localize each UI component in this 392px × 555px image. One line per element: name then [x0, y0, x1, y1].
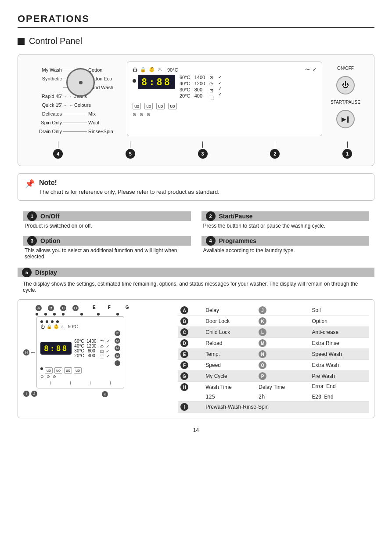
arrow-right: → — [63, 94, 67, 99]
legend-circle-I: I — [180, 403, 188, 411]
feature-2-header: 2 Start/Pause — [201, 211, 370, 221]
legend-H-val1: 125 — [203, 392, 256, 402]
programme-dial[interactable] — [66, 68, 95, 97]
temp-20: 20°C 400 — [180, 93, 205, 98]
sub-opt-2: ⊙ — [140, 112, 143, 117]
page-title: OPERATIONS — [18, 13, 374, 28]
inner-temp-col: 60°C 1400 40°C 1200 30°C 800 20°C 400 — [74, 339, 96, 358]
prog-sep3: | — [90, 381, 91, 385]
icon-door: 🔒 — [140, 67, 146, 73]
inner-opt3: uo — [64, 367, 72, 374]
options-row: uo uo uo uo — [133, 103, 316, 109]
legend-H-val2: 2h — [256, 392, 309, 402]
feature-3-title: Option — [40, 237, 60, 244]
feature-3-header: 3 Option — [23, 236, 191, 246]
prog-quick15: Quick 15' — [27, 102, 62, 108]
section-label: Control Panel — [29, 36, 82, 46]
programme-list: My Wash Cotton Synthetic Cotton Eco Hand… — [27, 62, 123, 136]
inner-icons-col: 〜 ✓ ⊙ ✓ ⊡ ✓ ⬚ ✓ — [100, 338, 111, 359]
legend-circle-L: L — [259, 328, 266, 336]
diag2-top-labels: A B C D E F G — [23, 305, 173, 311]
lbl-IJ-container: I J — [23, 391, 37, 397]
lbl-I: I — [23, 391, 29, 397]
icon-spin-1: ⊙ — [209, 75, 214, 80]
prog-rapid45: Rapid 45' — [27, 94, 62, 99]
inner-dot2 — [46, 320, 48, 323]
lbl-G: G — [126, 305, 129, 311]
check-col: ✓ ✓ ✓ ✓ — [218, 75, 222, 100]
start-pause-button[interactable]: ▶‖ — [336, 110, 355, 128]
icon-spin-2: ⟳ — [209, 81, 214, 87]
dot-A — [36, 313, 38, 316]
legend-J-name: Soil — [309, 305, 369, 316]
prog-synthetic: Synthetic — [27, 76, 62, 81]
inner-options-row: uo uo uo uo — [40, 367, 120, 374]
lbl-N: N — [115, 345, 120, 351]
display-diagram: A B C D E F G H — [23, 305, 173, 413]
feature-1: 1 On/Off Product is switched on or off. — [18, 208, 196, 232]
callout-3: 3 — [198, 149, 208, 159]
legend-row-DM: D Reload M Extra Rinse — [178, 338, 369, 349]
prog-sep4: | — [110, 381, 111, 385]
legend-circle-K: K — [259, 317, 266, 325]
feature-4-header: 4 Programmes — [201, 236, 370, 246]
legend-row-CL: C Child Lock L Anti-crease — [178, 327, 369, 338]
legend-circle-J: J — [259, 306, 266, 314]
inner-sub2: ⊙ — [47, 374, 50, 379]
temp-speed-column: 60°C 1400 40°C 1200 30°C 800 20°C 400 — [180, 75, 205, 100]
inner-sub1: ⊙ — [40, 374, 44, 379]
inner-dot3 — [51, 320, 54, 323]
prog-delicates: Delicates — [27, 111, 62, 116]
legend-circle-O: O — [259, 361, 266, 369]
lbl-F: F — [108, 305, 111, 311]
prog-sep2: | — [70, 381, 71, 385]
section-icon — [18, 38, 25, 45]
bottom-labels: I J K — [23, 388, 173, 397]
temp-60: 60°C 1400 — [180, 75, 205, 80]
legend-circle-F: F — [180, 361, 188, 369]
features-grid: 1 On/Off Product is switched on or off. … — [18, 208, 374, 263]
feature-4-title: Programmes — [219, 237, 257, 244]
on-off-label: ON/OFF — [337, 66, 354, 71]
legend-L-name: Anti-crease — [309, 327, 369, 338]
prog-spin-only: Spin Only — [27, 120, 62, 125]
legend-circle-G: G — [180, 372, 188, 380]
display-inner-panel: ⏻ 🔒 👶 ♨ 90°C 8:88 60°C 1400 40°C 1200 30… — [36, 316, 124, 388]
on-off-button[interactable]: ⏻ — [336, 76, 355, 94]
lbl-A: A — [36, 305, 42, 311]
feature-2: 2 Start/Pause Press the button to start … — [196, 208, 375, 232]
feature-4: 4 Programmes Available according to the … — [196, 232, 375, 263]
prog-drain-only: Drain Only — [27, 129, 62, 134]
prog-mix: Mix — [88, 111, 123, 116]
feature-3: 3 Option This allows you to select an ad… — [18, 232, 196, 263]
lbl-J: J — [31, 391, 37, 397]
callout-1: 1 — [342, 149, 352, 159]
inner-sub3: ⊙ — [53, 374, 56, 379]
feature-1-header: 1 On/Off — [23, 211, 191, 221]
legend-I-name: Prewash-Wash-Rinse-Spin — [203, 402, 369, 413]
legend-row-BK: B Door Lock K Option — [178, 316, 369, 327]
arrow-left2: ← — [69, 103, 73, 108]
legend-row-EN: E Temp. N Speed Wash — [178, 349, 369, 360]
legend-row-FO: F Speed O Extra Wash — [178, 360, 369, 371]
dot-B — [44, 313, 47, 316]
feature-5: 5 Display The display shows the settings… — [18, 268, 374, 295]
dot-E — [80, 313, 83, 316]
legend-table: A Delay J Soil B Door Lock K Option C Ch… — [178, 305, 369, 413]
temp-40: 40°C 1200 — [180, 81, 205, 86]
icon-temp2: ♨ — [61, 324, 65, 329]
legend-F-name: Speed — [203, 360, 256, 371]
icon-child2: 👶 — [54, 324, 59, 329]
legend-E-name: Temp. — [203, 349, 256, 360]
icon-power: ⏻ — [133, 67, 137, 73]
inner-opt4: uo — [74, 367, 82, 374]
page-number: 14 — [18, 427, 374, 433]
lbl-C: C — [60, 305, 66, 311]
inner-opt2: uo — [54, 367, 62, 374]
dot-D — [62, 313, 65, 316]
display-main-row: 8:88 60°C 1400 40°C 1200 30°C 800 20°C 4… — [133, 75, 316, 100]
dot-F — [97, 313, 100, 316]
diagram2: A B C D E F G H — [18, 299, 374, 418]
dot-G — [116, 313, 119, 316]
legend-O-name: Extra Wash — [309, 360, 369, 371]
